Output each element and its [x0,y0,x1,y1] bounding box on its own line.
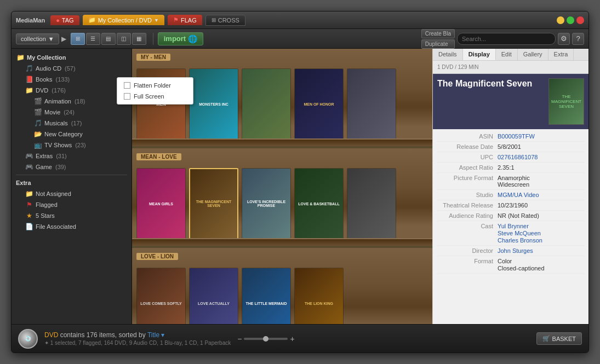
detail-fields: ASIN B000059TFW Release Date 5/8/2001 UP… [433,129,588,276]
close-button[interactable] [576,16,584,24]
search-input[interactable] [457,33,556,45]
collection-icon: 📁 [88,16,96,24]
list-item[interactable]: THE LITTLE MERMAID [242,268,291,324]
sidebar-item-books[interactable]: 📕 Books (133) [12,74,132,85]
extras-icon: 🎮 [25,152,33,160]
view-icons-group: ⊞ ☰ ▤ ◫ ▦ [71,33,146,45]
view-detail-button[interactable]: ▤ [101,33,116,45]
shelf-row-mean-love: MEAN - LOVE MEAN GIRLS THE MAGNIFICENT S… [132,148,432,246]
sidebar-root-item[interactable]: 📁 My Collection [12,52,132,63]
view-list-button[interactable]: ☰ [86,33,100,45]
list-item[interactable]: LOVE'S INCREDIBLE PROMISE [242,168,291,239]
detail-row-audience-rating: Audience Rating NR (Not Rated) [437,211,584,221]
sidebar-item-not-assigned[interactable]: 📁 Not Assigned [12,188,132,199]
tab-flag[interactable]: ⚑ FLAG [168,15,202,25]
list-item[interactable]: LOVE ACTUALLY [189,268,238,324]
sidebar-item-5-stars[interactable]: ★ 5 Stars [12,210,132,221]
list-item[interactable] [242,68,291,140]
detail-title: The Magnificent Seven [437,78,544,90]
shelf-books-love-lion: LOVE COMES SOFTLY LOVE ACTUALLY THE LITT… [136,262,428,324]
sidebar-item-file-associated[interactable]: 📄 File Associated [12,221,132,232]
zoom-in-button[interactable]: + [290,334,294,343]
tab-gallery[interactable]: Gallery [518,49,548,60]
detail-content: The Magnificent Seven THE MAGNIFICENT SE… [433,74,588,324]
globe-icon: 🌐 [188,34,197,43]
detail-row-format: Format Color Closed-captioned [437,256,584,274]
zoom-slider-thumb[interactable] [263,336,268,342]
minimize-button[interactable] [557,16,564,24]
detail-row-director: Director John Sturges [437,246,584,256]
tab-tag[interactable]: ● TAG [50,15,79,25]
toolbar-right: Create Bla Duplicate ⚙ ? [421,29,584,49]
full-screen-checkbox[interactable] [124,93,130,100]
collection-dropdown-button[interactable]: collection ▼ [16,33,59,44]
sort-field: Title [147,331,159,339]
tab-cross[interactable]: ⊞ CROSS [205,15,245,26]
titlebar: MediaMan ● TAG 📁 My Collection / DVD ▼ ⚑… [12,11,588,29]
game-icon: 🎮 [25,163,33,171]
detail-row-theatrical-release: Theatrical Release 10/23/1960 [437,200,584,211]
status-main-text: DVD contains 176 items, sorted by Title … [44,331,231,339]
view-grid-button[interactable]: ⊞ [71,33,85,45]
tab-extra[interactable]: Extra [548,49,574,60]
shelf-label-my-men: MY - MEN [136,54,170,61]
zoom-slider[interactable] [244,338,288,340]
sidebar-item-extras[interactable]: 🎮 Extras (31) [12,151,132,161]
view-table-button[interactable]: ▦ [132,33,146,45]
dropdown-arrow-icon: ▼ [48,36,54,42]
detail-row-picture-format: Picture Format AnamorphicWidescreen [437,173,584,190]
books-icon: 📕 [25,75,33,84]
sidebar-extra-header: Extra [12,177,132,188]
list-item[interactable]: LOVE & BASKETBALL [294,168,344,239]
sidebar: 📁 My Collection 🎵 Audio CD (57) 📕 Books … [12,49,132,324]
sidebar-item-flagged[interactable]: ⚑ Flagged [12,199,132,210]
duplicate-button[interactable]: Duplicate [421,39,455,49]
zoom-out-button[interactable]: − [237,334,242,343]
sidebar-item-new-category[interactable]: 📂 New Category [12,129,132,140]
tab-collection[interactable]: 📁 My Collection / DVD ▼ [83,15,164,25]
flatten-folder-checkbox[interactable] [124,82,130,89]
list-item[interactable]: THE LION KING [294,268,344,324]
cross-icon: ⊞ [212,17,216,23]
audio-cd-icon: 🎵 [25,64,33,73]
view-shelf-button[interactable]: ◫ [117,33,131,45]
list-item[interactable] [347,68,396,140]
create-button[interactable]: Create Bla [421,29,455,38]
main-area: 📁 My Collection 🎵 Audio CD (57) 📕 Books … [12,49,588,324]
settings-button[interactable]: ⚙ [558,33,570,45]
sidebar-item-audio-cd[interactable]: 🎵 Audio CD (57) [12,63,132,74]
help-button[interactable]: ? [572,33,584,45]
tab-display[interactable]: Display [463,49,496,60]
sidebar-item-animation[interactable]: 🎬 Animation (18) [12,96,132,107]
flatten-folder-item[interactable]: Flatten Folder [117,80,193,91]
sidebar-item-dvd[interactable]: 📁 DVD (176) [12,85,132,96]
sidebar-item-game[interactable]: 🎮 Game (39) [12,161,132,172]
list-item[interactable]: MEAN GIRLS [136,168,186,239]
list-item[interactable]: MEN OF HONOR [294,68,344,140]
list-item[interactable]: MONSTERS INC [189,68,238,140]
shelf-label-love-lion: LOVE - LION [136,253,178,260]
sidebar-item-tv-shows[interactable]: 📺 TV Shows (23) [12,140,132,151]
detail-hero-section: The Magnificent Seven THE MAGNIFICENT SE… [433,74,588,129]
basket-button[interactable]: 🛒 BASKET [536,332,582,345]
tab-details[interactable]: Details [433,49,463,60]
window-controls [557,16,584,24]
flag-icon: ⚑ [173,16,179,24]
list-item[interactable]: LOVE COMES SOFTLY [136,268,186,324]
dvd-folder-icon: 📁 [25,86,33,95]
tab-edit[interactable]: Edit [496,49,518,60]
tv-shows-icon: 📺 [33,141,42,149]
import-button[interactable]: import 🌐 [158,32,203,45]
tag-icon: ● [56,17,60,24]
toolbar-container: collection ▼ ▶ ⊞ ☰ ▤ ◫ ▦ import 🌐 Create… [12,29,588,49]
sidebar-item-musicals[interactable]: 🎵 Musicals (17) [12,118,132,129]
flagged-icon: ⚑ [25,200,33,209]
statusbar: 💿 DVD contains 176 items, sorted by Titl… [12,324,588,353]
import-label: import [164,34,186,43]
status-sub-text: ✦ 1 selected, 7 flagged, 164 DVD, 9 Audi… [44,340,231,346]
maximize-button[interactable] [567,16,574,24]
list-item[interactable] [347,168,396,239]
full-screen-item[interactable]: Full Screen [117,91,193,102]
sidebar-item-movie[interactable]: 🎬 Movie (24) [12,107,132,118]
list-item[interactable]: THE MAGNIFICENT SEVEN [189,168,238,239]
